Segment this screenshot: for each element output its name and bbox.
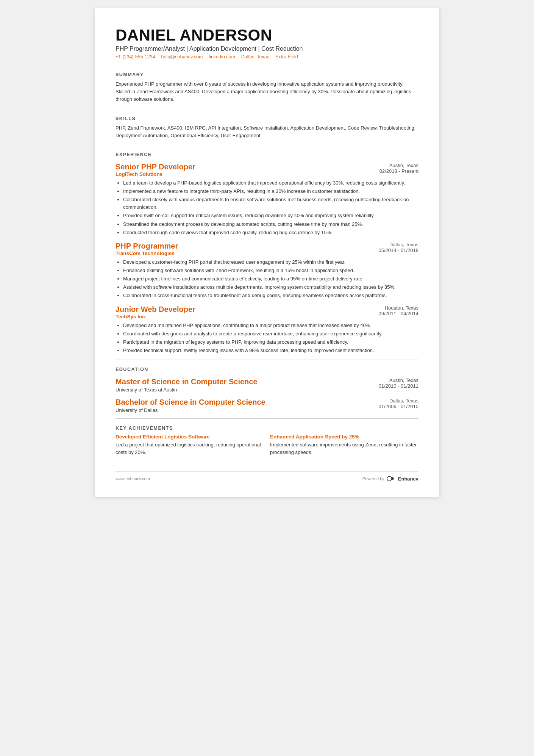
job-dates: 05/2014 - 01/2018 — [378, 247, 418, 253]
footer-powered-by: Powered by — [362, 476, 384, 481]
bullet-item: Provided swift on-call support for criti… — [123, 212, 418, 219]
job-item: Senior PHP Developer LogiTech Solutions … — [116, 163, 418, 236]
job-company: TechSys Inc. — [116, 314, 195, 319]
edu-school: University of Texas at Austin — [116, 387, 258, 393]
svg-point-0 — [387, 476, 392, 481]
achievement-body: Implemented software improvements using … — [270, 441, 418, 456]
education-container: Master of Science in Computer Science Un… — [116, 377, 418, 413]
achievement-body: Led a project that optimized logistics t… — [116, 441, 264, 456]
bullet-item: Enhanced existing software solutions wit… — [123, 267, 418, 274]
job-bullets: Led a team to develop a PHP-based logist… — [116, 179, 418, 236]
skills-divider — [116, 109, 418, 109]
education-item: Bachelor of Science in Computer Science … — [116, 398, 418, 413]
achievements-divider — [116, 418, 418, 419]
job-location: Austin, Texas — [379, 163, 418, 168]
achievement-title: Developed Efficient Logistics Software — [116, 434, 264, 440]
logo-svg — [387, 476, 397, 482]
contact-location: Dallas, Texas — [241, 54, 269, 59]
contact-line: +1-(234)-555-1234 help@enhancv.com linke… — [116, 54, 418, 59]
contact-phone: +1-(234)-555-1234 — [116, 54, 155, 59]
footer-url: www.enhancv.com — [116, 476, 150, 481]
job-company: LogiTech Solutions — [116, 171, 195, 177]
bullet-item: Led a team to develop a PHP-based logist… — [123, 179, 418, 187]
job-dates: 02/2018 - Present — [379, 168, 418, 174]
achievement-item: Enhanced Application Speed by 25% Implem… — [270, 434, 418, 456]
contact-extra: Extra Field — [275, 54, 298, 59]
bullet-item: Managed project timelines and communicat… — [123, 275, 418, 283]
job-item: Junior Web Developer TechSys Inc. Housto… — [116, 305, 418, 355]
edu-dates: 01/2010 - 01/2011 — [378, 383, 418, 389]
bullet-item: Participated in the migration of legacy … — [123, 338, 418, 346]
bullet-item: Assisted with software installations acr… — [123, 283, 418, 291]
skills-body: PHP, Zend Framework, AS400, IBM RPG, API… — [116, 124, 418, 139]
edu-location: Dallas, Texas — [378, 398, 418, 404]
edu-degree: Bachelor of Science in Computer Science — [116, 398, 265, 407]
achievements-grid: Developed Efficient Logistics Software L… — [116, 434, 418, 456]
job-location: Dallas, Texas — [378, 242, 418, 247]
summary-body: Experienced PHP programmer with over 8 y… — [116, 80, 418, 103]
contact-email[interactable]: help@enhancv.com — [161, 54, 203, 59]
bullet-item: Implemented a new feature to integrate t… — [123, 188, 418, 195]
edu-school: University of Dallas — [116, 407, 265, 413]
bullet-item: Collaborated closely with various depart… — [123, 196, 418, 211]
job-bullets: Developed a customer-facing PHP portal t… — [116, 258, 418, 300]
edu-degree: Master of Science in Computer Science — [116, 377, 258, 386]
bullet-item: Coordinated with designers and analysts … — [123, 330, 418, 338]
summary-title: SUMMARY — [116, 72, 418, 77]
footer: www.enhancv.com Powered by Enhancv — [116, 471, 418, 482]
job-bullets: Developed and maintained PHP application… — [116, 322, 418, 355]
summary-divider — [116, 65, 418, 65]
job-company: TransCom Technologies — [116, 250, 178, 256]
education-title: EDUCATION — [116, 367, 418, 372]
job-item: PHP Programmer TransCom Technologies Dal… — [116, 242, 418, 300]
job-title: PHP Programmer — [116, 242, 178, 250]
job-dates: 09/2011 - 04/2014 — [378, 311, 418, 316]
experience-divider — [116, 145, 418, 145]
bullet-item: Developed and maintained PHP application… — [123, 322, 418, 329]
edu-location: Austin, Texas — [378, 377, 418, 383]
achievements-title: KEY ACHIEVEMENTS — [116, 426, 418, 431]
achievements-container: Developed Efficient Logistics Software L… — [116, 434, 418, 456]
achievement-item: Developed Efficient Logistics Software L… — [116, 434, 264, 456]
enhancv-logo: Enhancv — [387, 476, 418, 482]
bullet-item: Collaborated in cross-functional teams t… — [123, 292, 418, 299]
bullet-item: Provided technical support, swiftly reso… — [123, 347, 418, 354]
bullet-item: Streamlined the deployment process by de… — [123, 221, 418, 228]
edu-dates: 01/2006 - 01/2010 — [378, 404, 418, 409]
job-location: Houston, Texas — [378, 305, 418, 311]
bullet-item: Developed a customer-facing PHP portal t… — [123, 258, 418, 266]
achievement-title: Enhanced Application Speed by 25% — [270, 434, 418, 440]
candidate-tagline: PHP Programmer/Analyst | Application Dev… — [116, 45, 418, 52]
education-item: Master of Science in Computer Science Un… — [116, 377, 418, 393]
resume-page: DANIEL ANDERSON PHP Programmer/Analyst |… — [95, 8, 439, 497]
header-section: DANIEL ANDERSON PHP Programmer/Analyst |… — [116, 27, 418, 59]
bullet-item: Conducted thorough code reviews that imp… — [123, 229, 418, 236]
candidate-name: DANIEL ANDERSON — [116, 27, 418, 44]
experience-title: EXPERIENCE — [116, 152, 418, 157]
brand-name: Enhancv — [398, 476, 418, 482]
skills-title: SKILLS — [116, 116, 418, 121]
education-divider — [116, 360, 418, 360]
jobs-container: Senior PHP Developer LogiTech Solutions … — [116, 163, 418, 354]
job-title: Junior Web Developer — [116, 305, 195, 314]
footer-brand: Powered by Enhancv — [362, 476, 418, 482]
contact-linkedin[interactable]: linkedin.com — [209, 54, 235, 59]
job-title: Senior PHP Developer — [116, 163, 195, 171]
